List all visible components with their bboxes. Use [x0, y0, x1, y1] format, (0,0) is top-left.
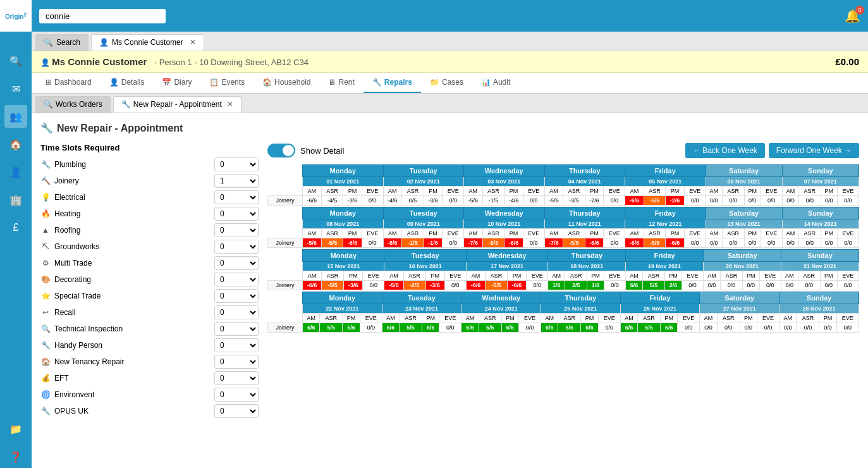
slot-asr[interactable]: -5/5: [563, 238, 585, 248]
tab-search[interactable]: 🔍 Search: [35, 34, 89, 51]
slot-label-am: AM: [544, 187, 563, 196]
joinery-select[interactable]: 012345: [214, 174, 259, 188]
slot-pm[interactable]: 6/6: [581, 323, 598, 333]
special-trade-select[interactable]: 012345: [214, 289, 259, 303]
slot-pm[interactable]: -1/6: [424, 238, 443, 248]
electrical-select[interactable]: 012345: [214, 190, 259, 204]
slot-asr[interactable]: 5/5: [558, 323, 581, 333]
opus-uk-select[interactable]: 012345: [214, 404, 259, 418]
slot-pm[interactable]: 5/6: [343, 323, 360, 333]
handy-person-select[interactable]: 012345: [214, 338, 259, 352]
slot-asr[interactable]: -5/5: [644, 196, 665, 206]
slot-am[interactable]: 6/6: [462, 323, 479, 333]
navtab-household[interactable]: 🏠 Household: [254, 73, 319, 93]
sidebar-icon-person[interactable]: 👤: [4, 161, 27, 183]
slot-am[interactable]: -6/6: [466, 281, 485, 290]
technical-inspection-select[interactable]: 012345: [214, 322, 259, 336]
multi-trade-select[interactable]: 012345: [214, 256, 259, 270]
subtab-works-orders[interactable]: 🔍 Works Orders: [35, 96, 111, 113]
new-tenancy-repair-select[interactable]: 012345: [214, 355, 259, 369]
slot-pm[interactable]: -6/6: [508, 281, 527, 290]
navtab-repairs[interactable]: 🔧 Repairs: [364, 73, 421, 93]
new-repair-close[interactable]: ✕: [227, 100, 233, 109]
slot-am[interactable]: 6/6: [620, 323, 637, 333]
recall-select[interactable]: 012345: [214, 305, 259, 319]
back-week-button[interactable]: ← Back One Week: [685, 143, 765, 158]
slot-asr[interactable]: -5/5: [482, 238, 504, 248]
customer-tab-close[interactable]: ✕: [190, 38, 196, 47]
day-header-monday: Monday: [303, 207, 384, 219]
groundworks-select[interactable]: 012345: [214, 240, 259, 254]
slot-pm[interactable]: 1/6: [587, 281, 604, 290]
search-input[interactable]: [39, 9, 166, 23]
slot-asr[interactable]: -5/5: [322, 281, 344, 290]
slot-am[interactable]: 6/6: [382, 323, 399, 333]
navtab-dashboard[interactable]: ⊞ Dashboard: [37, 73, 101, 93]
slot-asr[interactable]: -5/5: [321, 238, 343, 248]
navtab-details[interactable]: 👤 Details: [101, 73, 154, 93]
slot-asr[interactable]: -5/5: [644, 238, 665, 248]
slot-label-eve: EVE: [759, 271, 781, 281]
slot-pm[interactable]: -6/6: [343, 238, 362, 248]
sidebar-icon-folder[interactable]: 📁: [4, 417, 27, 440]
sidebar-icon-help[interactable]: ❓: [4, 445, 27, 468]
slot-asr[interactable]: 5/5: [643, 281, 665, 290]
slot-asr[interactable]: 5/5: [479, 323, 501, 333]
forward-week-button[interactable]: Forward One Week →: [769, 143, 859, 158]
navtab-events[interactable]: 📋 Events: [200, 73, 254, 93]
sidebar-icon-home[interactable]: 🏠: [4, 133, 27, 156]
navtab-diary[interactable]: 📅 Diary: [153, 73, 200, 93]
decorating-select[interactable]: 012345: [214, 273, 259, 286]
slot-pm[interactable]: 6/6: [422, 323, 439, 333]
slot-eve: 0/0: [682, 281, 703, 290]
slot-pm[interactable]: 6/6: [660, 323, 677, 333]
slot-asr[interactable]: -2/5: [403, 281, 425, 290]
notification-bell[interactable]: 🔔 0: [845, 8, 860, 23]
day-date-18-Nov-2021: 18 Nov 2021: [548, 262, 626, 271]
sidebar-icon-pound[interactable]: £: [4, 216, 27, 239]
subtab-new-repair[interactable]: 🔧 New Repair - Appointment ✕: [113, 96, 241, 113]
slot-asr[interactable]: 5/5: [638, 323, 661, 333]
slot-pm[interactable]: 2/6: [665, 281, 682, 290]
slot-asr[interactable]: 5/5: [400, 323, 422, 333]
slot-am[interactable]: -8/6: [383, 238, 402, 248]
environvent-select[interactable]: 012345: [214, 388, 259, 402]
slot-am[interactable]: -7/6: [464, 238, 483, 248]
navtab-audit[interactable]: 📊 Audit: [472, 73, 519, 93]
slot-asr[interactable]: 2/5: [565, 281, 587, 290]
tab-customer[interactable]: 👤 Ms Connie Customer ✕: [91, 34, 204, 51]
slot-am[interactable]: -6/6: [625, 238, 644, 248]
slot-pm[interactable]: -2/6: [666, 196, 685, 206]
roofing-select[interactable]: 012345: [214, 223, 259, 237]
slot-pm[interactable]: -6/6: [504, 238, 523, 248]
slot-pm[interactable]: -3/6: [425, 281, 444, 290]
heating-select[interactable]: 012345: [214, 207, 259, 221]
slot-am[interactable]: 1/6: [548, 281, 565, 290]
slot-am[interactable]: 6/6: [303, 323, 320, 333]
sidebar-icon-mail[interactable]: ✉: [4, 77, 27, 100]
slot-pm[interactable]: -6/6: [666, 238, 685, 248]
sidebar-icon-building[interactable]: 🏢: [4, 188, 27, 211]
slot-pm[interactable]: -6/6: [585, 238, 604, 248]
slot-am[interactable]: -5/6: [384, 281, 403, 290]
eft-select[interactable]: 012345: [214, 371, 259, 385]
slot-pm[interactable]: -3/6: [344, 281, 363, 290]
navtab-cases[interactable]: 📁 Cases: [421, 73, 472, 93]
customer-info: 👤 Ms Connie Customer - Person 1 - 10 Dow…: [40, 56, 309, 67]
navtab-rent[interactable]: 🖥 Rent: [319, 73, 363, 93]
slot-asr[interactable]: -1/5: [402, 238, 424, 248]
slot-am[interactable]: -6/6: [625, 196, 644, 206]
slot-asr[interactable]: 5/5: [320, 323, 343, 333]
sidebar-icon-search[interactable]: 🔍: [4, 49, 27, 72]
slot-pm: 0/0: [744, 238, 761, 248]
slot-am[interactable]: -7/6: [544, 238, 563, 248]
slot-pm[interactable]: 6/6: [501, 323, 518, 333]
slot-am[interactable]: 6/6: [626, 281, 643, 290]
slot-asr[interactable]: -5/5: [486, 281, 508, 290]
plumbing-select[interactable]: 012345: [214, 157, 259, 171]
slot-am[interactable]: -5/6: [303, 238, 322, 248]
slot-am[interactable]: -6/6: [303, 281, 322, 290]
show-detail-toggle[interactable]: [267, 144, 295, 157]
sidebar-icon-people[interactable]: 👥: [4, 105, 27, 128]
slot-am[interactable]: 6/6: [541, 323, 558, 333]
